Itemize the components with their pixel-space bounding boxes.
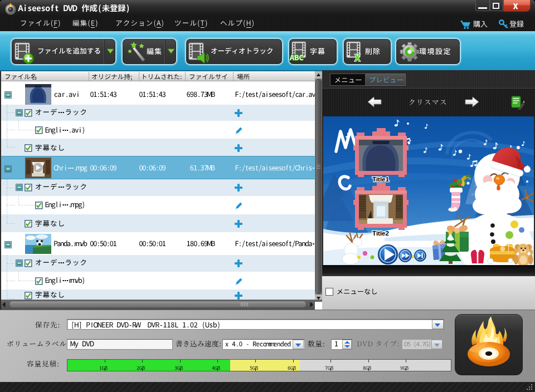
svg-text:Title1: Title1 [372,176,389,183]
svg-text:Title2: Title2 [372,230,389,237]
